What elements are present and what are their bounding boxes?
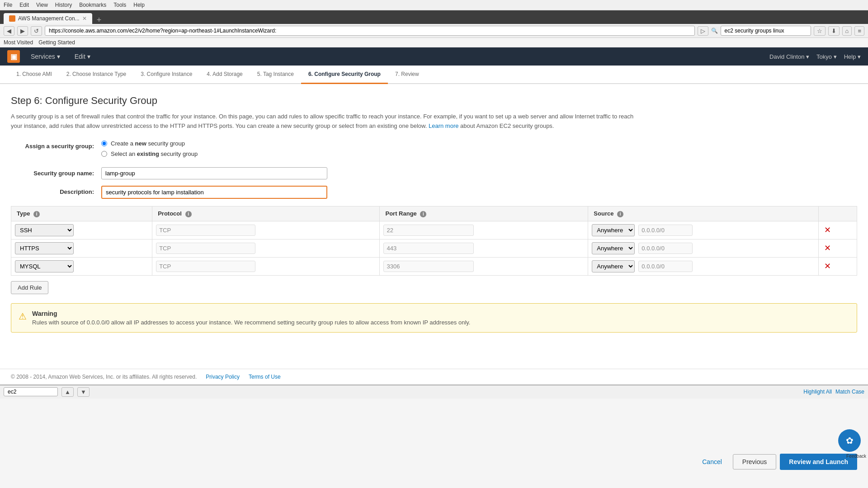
warning-title: Warning [32, 310, 470, 317]
aws-logo: ▣ [7, 50, 20, 63]
delete-rule-button-1[interactable]: ✕ [822, 243, 833, 253]
menu-tools[interactable]: Tools [113, 1, 126, 9]
menu-history[interactable]: History [55, 1, 72, 9]
sg-name-input[interactable] [101, 167, 327, 179]
tab-close-icon[interactable]: ✕ [82, 15, 87, 22]
menu-bookmarks[interactable]: Bookmarks [79, 1, 106, 9]
menu-button[interactable]: ≡ [854, 26, 864, 36]
step-4[interactable]: 4. Add Storage [199, 66, 250, 84]
user-label: David Clinton [769, 53, 804, 60]
protocol-info-icon[interactable]: i [185, 211, 192, 217]
desc-input[interactable] [101, 186, 327, 199]
step-5[interactable]: 5. Tag Instance [250, 66, 301, 84]
match-case-label[interactable]: Match Case [835, 389, 864, 395]
edit-nav[interactable]: Edit ▾ [71, 51, 94, 62]
radio-group: Create a new security group Select an ex… [101, 140, 857, 161]
main-content: Step 6: Configure Security Group A secur… [0, 84, 868, 369]
add-rule-button[interactable]: Add Rule [11, 281, 48, 294]
step-1[interactable]: 1. Choose AMI [9, 66, 59, 84]
url-input[interactable] [45, 26, 695, 36]
delete-cell-0: ✕ [819, 221, 857, 239]
menu-view[interactable]: View [36, 1, 48, 9]
privacy-link[interactable]: Privacy Policy [206, 374, 240, 380]
cidr-input-2[interactable] [638, 261, 693, 272]
browser-menu-bar: File Edit View History Bookmarks Tools H… [0, 0, 868, 10]
port-cell-2 [380, 257, 588, 275]
help-label: Help [844, 53, 856, 60]
bookmark-button[interactable]: ☆ [814, 26, 826, 36]
step-3[interactable]: 3. Configure Instance [133, 66, 199, 84]
bottom-bar: ▲ ▼ Highlight All Match Case [0, 385, 868, 399]
desc-label: Description: [11, 186, 101, 195]
delete-rule-button-0[interactable]: ✕ [822, 225, 833, 235]
download-button[interactable]: ⬇ [828, 26, 840, 36]
reload-button[interactable]: ↺ [31, 26, 42, 36]
copyright-text: © 2008 - 2014, Amazon Web Services, Inc.… [11, 374, 197, 380]
type-select-2[interactable]: MYSQL SSH HTTP HTTPS MYSQL Custom TCP [15, 260, 74, 272]
active-tab[interactable]: AWS Management Con... ✕ [4, 13, 92, 24]
type-cell-0: SSH SSH HTTP HTTPS MYSQL Custom TCP [11, 221, 152, 239]
cidr-input-1[interactable] [638, 243, 693, 254]
terms-link[interactable]: Terms of Use [249, 374, 281, 380]
region-menu[interactable]: Tokyo ▾ [816, 53, 837, 60]
step-7[interactable]: 7. Review [388, 66, 426, 84]
help-chevron-icon: ▾ [858, 53, 861, 60]
go-button[interactable]: ▷ [698, 26, 708, 36]
delete-rule-button-2[interactable]: ✕ [822, 261, 833, 271]
menu-edit[interactable]: Edit [19, 1, 29, 9]
type-cell-1: HTTPS SSH HTTP HTTPS MYSQL Custom TCP [11, 239, 152, 257]
radio-new-input[interactable] [101, 141, 107, 146]
sg-name-control [101, 167, 857, 179]
highlight-all-label[interactable]: Highlight All [803, 389, 832, 395]
step-6[interactable]: 6. Configure Security Group [301, 66, 388, 84]
user-menu[interactable]: David Clinton ▾ [769, 53, 809, 60]
cidr-input-0[interactable] [638, 225, 693, 236]
source-select-1[interactable]: Anywhere Custom IP My IP Anywhere [592, 242, 635, 254]
new-tab-button[interactable]: + [93, 16, 105, 24]
tab-bar: AWS Management Con... ✕ + [4, 13, 864, 24]
sg-name-label: Security group name: [11, 167, 101, 177]
source-select-0[interactable]: Anywhere Custom IP My IP Anywhere [592, 224, 635, 236]
rules-body: SSH SSH HTTP HTTPS MYSQL Custom TCP Anyw… [11, 221, 857, 275]
col-delete [819, 206, 857, 221]
back-button[interactable]: ◀ [4, 26, 14, 36]
step-2[interactable]: 2. Choose Instance Type [59, 66, 134, 84]
type-select-0[interactable]: SSH SSH HTTP HTTPS MYSQL Custom TCP [15, 224, 74, 236]
menu-file[interactable]: File [4, 1, 12, 9]
col-type: Type i [11, 206, 152, 221]
source-container-1: Anywhere Custom IP My IP Anywhere [592, 242, 815, 254]
find-prev-button[interactable]: ▲ [61, 387, 74, 397]
type-info-icon[interactable]: i [33, 211, 40, 217]
learn-more-link[interactable]: Learn more [429, 122, 458, 129]
find-next-button[interactable]: ▼ [77, 387, 90, 397]
port-input-1 [383, 243, 474, 254]
port-info-icon[interactable]: i [420, 211, 426, 217]
bookmark-most-visited[interactable]: Most Visited [4, 39, 33, 46]
radio-new-option[interactable]: Create a new security group [101, 140, 857, 147]
source-info-icon[interactable]: i [617, 211, 623, 217]
region-chevron-icon: ▾ [834, 53, 837, 60]
help-menu[interactable]: Help ▾ [844, 53, 861, 60]
home-button[interactable]: ⌂ [842, 26, 852, 36]
services-nav[interactable]: Services ▾ [27, 51, 64, 62]
delete-cell-2: ✕ [819, 257, 857, 275]
find-input[interactable] [4, 387, 58, 396]
source-select-2[interactable]: Anywhere Custom IP My IP Anywhere [592, 260, 635, 272]
desc-control [101, 186, 857, 199]
assign-group-row: Assign a security group: Create a new se… [11, 140, 857, 161]
protocol-cell-1 [152, 239, 380, 257]
radio-existing-input[interactable] [101, 151, 107, 157]
menu-help[interactable]: Help [133, 1, 145, 9]
warning-text: Rules with source of 0.0.0.0/0 allow all… [32, 319, 470, 326]
radio-existing-option[interactable]: Select an existing security group [101, 150, 857, 157]
type-cell-2: MYSQL SSH HTTP HTTPS MYSQL Custom TCP [11, 257, 152, 275]
edit-label: Edit [75, 53, 85, 60]
rules-table: Type i Protocol i Port Range i Source i [11, 206, 857, 276]
aws-header: ▣ Services ▾ Edit ▾ David Clinton ▾ Toky… [0, 47, 868, 66]
protocol-input-0 [156, 225, 255, 236]
type-select-1[interactable]: HTTPS SSH HTTP HTTPS MYSQL Custom TCP [15, 242, 74, 254]
search-input[interactable] [721, 26, 811, 36]
forward-button[interactable]: ▶ [17, 26, 28, 36]
bookmark-getting-started[interactable]: Getting Started [38, 39, 75, 46]
source-cell-2: Anywhere Custom IP My IP Anywhere [588, 257, 819, 275]
